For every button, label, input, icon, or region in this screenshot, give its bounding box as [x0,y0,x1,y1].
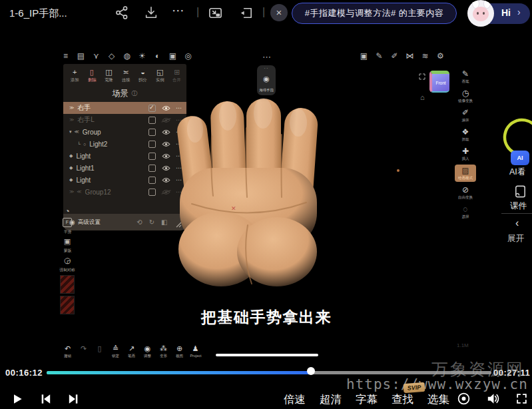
node-expand-icon[interactable]: ≫ ≪ [69,189,83,195]
select-checkbox[interactable] [148,189,156,196]
app-tool-icon[interactable]: ▤ [77,51,85,61]
app-tool-icon[interactable]: ◎ [184,51,192,61]
sculpt-tool-button[interactable]: ⊘ 自由变换 [455,184,476,201]
select-checkbox[interactable] [148,117,156,124]
screen-cast-icon[interactable] [238,5,253,20]
footer-icon[interactable]: ⟲ [136,218,142,226]
smooth-tool-icon[interactable]: F [63,218,72,227]
fullscreen-icon[interactable] [515,392,528,405]
scene-tool-button[interactable]: ▯ 删除 [84,67,101,83]
visibility-eye-icon[interactable] [162,165,170,171]
widget-icon[interactable]: ◉ [263,75,270,83]
player-menu-item[interactable]: 查找 [392,392,413,407]
assistant-avatar[interactable] [467,0,494,27]
visibility-eye-icon[interactable] [162,153,170,159]
app-tool-icon[interactable]: ▣ [360,51,368,61]
video-player-window[interactable]: 1-6_IP手部... ⋯ | | × #手指建模与调整方法# 的主要内容 Hi… [0,0,532,409]
nav-cube[interactable]: Front [429,71,449,93]
app-toolbar-left[interactable]: ≡▤⋎◇◍☀◐▣◎ [61,51,192,61]
app-tool-icon[interactable]: ⋈ [405,51,414,61]
sculpt-tool-button[interactable]: ✐ 涂抹 [455,107,476,124]
scene-panel-footer[interactable]: ◉ 高级设置 ⟲↻◧▭ [63,214,186,230]
scene-list-item[interactable]: ◆ Light ⋯ [63,150,186,162]
app-bottom-tool-button[interactable]: ↷ [77,344,90,359]
select-checkbox[interactable] [148,153,156,160]
expand-view-icon[interactable] [418,73,426,81]
app-bottom-tool-button[interactable]: ⊕ 视图 [173,344,186,359]
app-bottom-tool-button[interactable]: ≙ 锁定 [109,344,122,359]
player-menu-item[interactable]: 字幕 [356,392,378,407]
topic-pill[interactable]: #手指建模与调整方法# 的主要内容 [292,3,457,24]
app-bottom-tool-button[interactable]: ▯ [93,344,106,359]
node-expand-icon[interactable]: ◆ [69,177,73,183]
visibility-eye-icon[interactable] [162,189,170,195]
player-menu-item[interactable]: 超清 [320,392,342,407]
ai-watch-label[interactable]: AI看 [509,167,525,178]
scene-list-item[interactable]: ≫ 右手 ⋯ [63,102,186,114]
scene-tool-button[interactable]: ◒ 拆分 [134,67,151,83]
sculpt-tool-button[interactable]: ✎ 画笔 [455,68,476,85]
sculpt-tool-button[interactable]: ◷ 镜像变换 [455,87,476,105]
sculpt-tool-button[interactable]: ▨ 绘画模式 [455,165,476,182]
material-swatch[interactable] [60,275,75,294]
more-options-icon[interactable]: ⋯ [172,3,184,18]
close-icon[interactable]: × [270,4,288,21]
previous-episode-button[interactable] [39,392,53,406]
node-expand-icon[interactable]: ▾ ≪ [69,129,80,135]
app-tool-icon[interactable]: ✐ [390,51,399,61]
scene-tool-button[interactable]: ⊞ 合并 [168,67,185,83]
drag-handle-icon[interactable]: ·· [264,67,268,70]
node-expand-icon[interactable]: ≫ [69,105,75,111]
node-expand-icon[interactable]: └ ○ [77,142,87,147]
scene-tool-button[interactable]: + 添加 [67,67,83,83]
app-bottom-tool-button[interactable]: ↶ 撤销 [61,344,74,359]
app-tool-icon[interactable]: ◐ [153,51,162,61]
scene-list-item[interactable]: ≫ 右手L ⋯ [63,114,186,126]
material-swatch[interactable] [60,296,75,314]
app-tool-icon[interactable]: ◍ [123,51,131,61]
select-checkbox[interactable] [148,105,156,112]
picture-in-picture-icon[interactable] [208,5,222,20]
app-tool-icon[interactable]: ▣ [168,51,177,61]
app-bottom-tool-button[interactable]: ♟ Project [189,344,202,359]
node-expand-icon[interactable]: ≫ [69,117,75,123]
player-menu-item[interactable]: 选集 [427,392,449,407]
ai-watch-icon[interactable]: AI [511,151,529,165]
app-tool-icon[interactable]: ≡ [61,51,70,61]
app-toolbar-right[interactable]: ▣✎✐⋈≋⚙ [360,51,445,61]
scene-tool-button[interactable]: ≍ 连接 [118,67,134,83]
visibility-eye-icon[interactable] [162,141,170,147]
visibility-eye-icon[interactable] [162,129,170,135]
select-checkbox[interactable] [148,141,156,148]
play-button[interactable] [11,392,24,406]
app-tool-icon[interactable]: ⚙ [436,51,445,61]
sculpt-tool-button[interactable]: ✚ 插入 [455,145,476,163]
app-bottom-tool-button[interactable]: ↗ 笔画 [125,344,138,359]
next-episode-button[interactable] [67,392,81,406]
matcap-icon[interactable]: ◔ [65,206,69,216]
volume-icon[interactable] [485,391,501,406]
app-tool-icon[interactable]: ☀ [138,51,146,61]
scene-tool-button[interactable]: ◱ 实例 [152,67,168,83]
progress-handle[interactable] [307,367,315,375]
floating-tool-widget[interactable]: ·· ◉ 海绵手指 [257,65,276,95]
courseware-icon[interactable] [513,184,528,199]
app-tool-icon[interactable]: ⋎ [92,51,101,61]
footer-icon[interactable]: ◧ [161,218,167,226]
scene-list-item[interactable]: ◆ Light ⋯ [63,174,186,186]
sculpt-tool-button[interactable]: ◌ 选择 [455,203,476,220]
node-expand-icon[interactable]: ◆ [69,165,73,171]
app-tool-icon[interactable]: ≋ [421,51,429,61]
sculpt-tool-button[interactable]: ❖ 抓取 [455,126,476,143]
scene-list-item[interactable]: ▾ ≪ Group ⋯ [63,126,186,138]
app-more-icon[interactable]: ⋯ [262,52,272,62]
download-icon[interactable] [144,5,158,20]
select-checkbox[interactable] [148,165,156,172]
share-icon[interactable] [115,5,129,20]
node-expand-icon[interactable]: ◆ [69,153,73,159]
player-menu-item[interactable]: 倍速 [284,392,306,407]
symmetry-tool-icon[interactable]: ◶ [64,256,71,265]
app-bottom-tool-button[interactable]: ⁂ 变形 [157,344,170,359]
mask-tool-icon[interactable]: ▣ [64,237,71,246]
courseware-label[interactable]: 课件 [510,201,527,212]
